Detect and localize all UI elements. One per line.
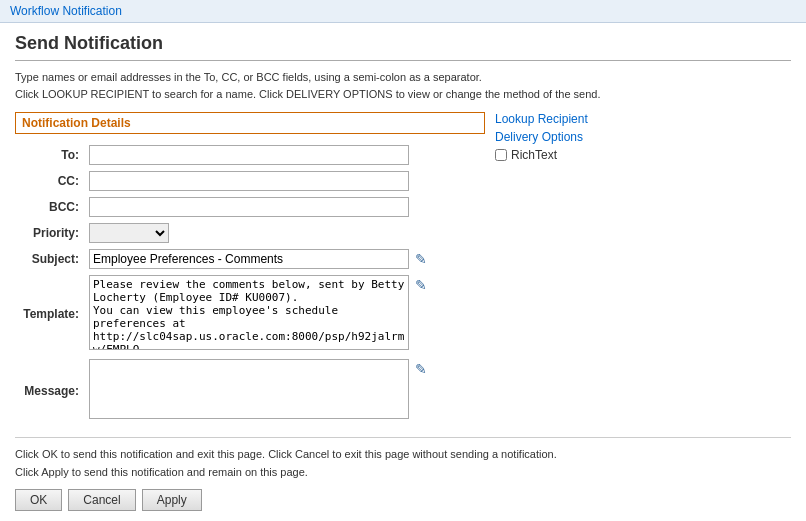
cancel-button[interactable]: Cancel bbox=[68, 489, 135, 511]
subject-input[interactable] bbox=[89, 249, 409, 269]
subject-label: Subject: bbox=[15, 246, 85, 272]
page-title: Send Notification bbox=[15, 33, 791, 54]
template-textarea[interactable] bbox=[89, 275, 409, 350]
lookup-recipient-link[interactable]: Lookup Recipient bbox=[495, 112, 695, 126]
template-label: Template: bbox=[15, 272, 85, 356]
priority-select[interactable]: High Normal Low bbox=[89, 223, 169, 243]
priority-label: Priority: bbox=[15, 220, 85, 246]
rich-text-label: RichText bbox=[511, 148, 557, 162]
bcc-label: BCC: bbox=[15, 194, 85, 220]
instructions: Type names or email addresses in the To,… bbox=[15, 69, 791, 102]
template-edit-icon[interactable]: ✎ bbox=[415, 277, 427, 293]
ok-button[interactable]: OK bbox=[15, 489, 62, 511]
to-label: To: bbox=[15, 142, 85, 168]
apply-button[interactable]: Apply bbox=[142, 489, 202, 511]
workflow-notification-link[interactable]: Workflow Notification bbox=[10, 4, 122, 18]
cc-label: CC: bbox=[15, 168, 85, 194]
bottom-instructions: Click OK to send this notification and e… bbox=[15, 437, 791, 481]
message-edit-icon[interactable]: ✎ bbox=[415, 361, 427, 377]
message-textarea[interactable] bbox=[89, 359, 409, 419]
message-label: Message: bbox=[15, 356, 85, 425]
top-bar: Workflow Notification bbox=[0, 0, 806, 23]
cc-input[interactable] bbox=[89, 171, 409, 191]
delivery-options-link[interactable]: Delivery Options bbox=[495, 130, 695, 144]
subject-edit-icon[interactable]: ✎ bbox=[415, 251, 427, 267]
section-header: Notification Details bbox=[15, 112, 485, 134]
bcc-input[interactable] bbox=[89, 197, 409, 217]
divider bbox=[15, 60, 791, 61]
rich-text-checkbox[interactable] bbox=[495, 149, 507, 161]
to-input[interactable] bbox=[89, 145, 409, 165]
